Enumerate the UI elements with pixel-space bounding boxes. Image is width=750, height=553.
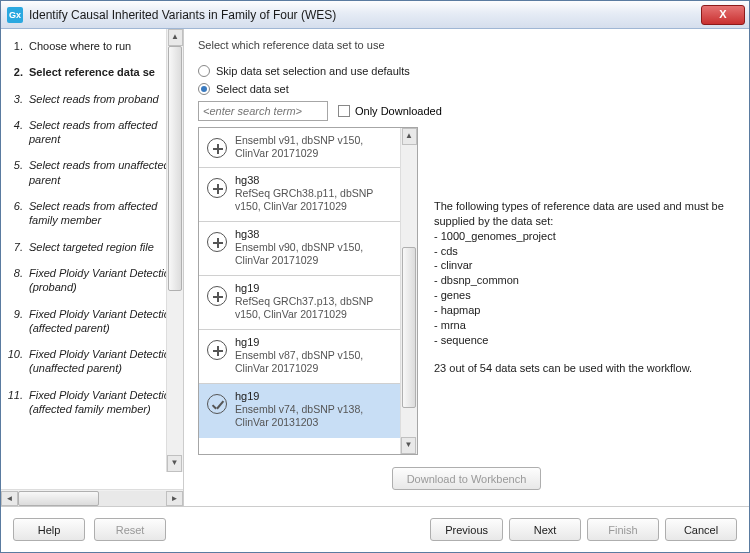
- step-label: Fixed Ploidy Variant Detection (unaffect…: [29, 347, 177, 376]
- dataset-detail: RefSeq GRCh37.p13, dbSNP v150, ClinVar 2…: [235, 295, 396, 321]
- dataset-title: hg38: [235, 228, 396, 240]
- step-number: 11.: [7, 388, 29, 417]
- titlebar: Gx Identify Causal Inherited Variants in…: [1, 1, 749, 29]
- required-type: - clinvar: [434, 258, 729, 273]
- main-panel: Select which reference data set to use S…: [184, 29, 749, 506]
- step-number: 5.: [7, 158, 29, 187]
- footer-bar: Help Reset Previous Next Finish Cancel: [1, 506, 749, 552]
- only-downloaded-label: Only Downloaded: [355, 105, 442, 117]
- wizard-step[interactable]: 4.Select reads from affected parent: [7, 118, 177, 147]
- required-type: - 1000_genomes_project: [434, 229, 729, 244]
- scroll-up-icon[interactable]: ▲: [168, 29, 183, 46]
- wizard-step[interactable]: 10.Fixed Ploidy Variant Detection (unaff…: [7, 347, 177, 376]
- dataset-detail: RefSeq GRCh38.p11, dbSNP v150, ClinVar 2…: [235, 187, 396, 213]
- step-label: Fixed Ploidy Variant Detection (proband): [29, 266, 177, 295]
- step-number: 1.: [7, 39, 29, 53]
- dataset-title: hg19: [235, 336, 396, 348]
- required-type: - genes: [434, 288, 729, 303]
- step-number: 3.: [7, 92, 29, 106]
- previous-button[interactable]: Previous: [430, 518, 503, 541]
- step-label: Select reference data se: [29, 65, 177, 79]
- dataset-detail: Ensembl v90, dbSNP v150, ClinVar 2017102…: [235, 241, 396, 267]
- dataset-item[interactable]: hg38Ensembl v90, dbSNP v150, ClinVar 201…: [199, 222, 400, 276]
- dataset-title: hg19: [235, 282, 396, 294]
- step-label: Choose where to run: [29, 39, 177, 53]
- scroll-thumb[interactable]: [18, 491, 99, 506]
- next-button[interactable]: Next: [509, 518, 581, 541]
- reset-button[interactable]: Reset: [94, 518, 166, 541]
- wizard-step[interactable]: 8.Fixed Ploidy Variant Detection (proban…: [7, 266, 177, 295]
- scroll-left-icon[interactable]: ◄: [1, 491, 18, 506]
- finish-button[interactable]: Finish: [587, 518, 659, 541]
- required-type: - cds: [434, 244, 729, 259]
- info-intro: The following types of reference data ar…: [434, 199, 729, 229]
- scroll-right-icon[interactable]: ►: [166, 491, 183, 506]
- step-number: 8.: [7, 266, 29, 295]
- dataset-title: hg38: [235, 174, 396, 186]
- radio-select-dataset[interactable]: [198, 83, 210, 95]
- wizard-step[interactable]: 5.Select reads from unaffected parent: [7, 158, 177, 187]
- window-title: Identify Causal Inherited Variants in Fa…: [29, 8, 701, 22]
- plus-icon: [207, 286, 227, 306]
- step-label: Select reads from unaffected parent: [29, 158, 177, 187]
- download-button[interactable]: Download to Workbench: [392, 467, 542, 490]
- step-number: 10.: [7, 347, 29, 376]
- step-label: Select targeted region file: [29, 240, 177, 254]
- scroll-up-icon[interactable]: ▲: [402, 128, 417, 145]
- steps-horizontal-scrollbar[interactable]: ◄ ►: [1, 489, 183, 506]
- step-number: 6.: [7, 199, 29, 228]
- help-button[interactable]: Help: [13, 518, 85, 541]
- step-label: Fixed Ploidy Variant Detection (affected…: [29, 307, 177, 336]
- wizard-step[interactable]: 2.Select reference data se: [7, 65, 177, 79]
- dataset-item[interactable]: hg19Ensembl v87, dbSNP v150, ClinVar 201…: [199, 330, 400, 384]
- radio-skip-defaults[interactable]: [198, 65, 210, 77]
- scroll-down-icon[interactable]: ▼: [401, 437, 416, 454]
- plus-icon: [207, 340, 227, 360]
- plus-icon: [207, 138, 227, 158]
- step-number: 7.: [7, 240, 29, 254]
- app-icon: Gx: [7, 7, 23, 23]
- dataset-item[interactable]: hg19Ensembl v74, dbSNP v138, ClinVar 201…: [199, 384, 400, 438]
- radio-select-label: Select data set: [216, 83, 289, 95]
- info-note: 23 out of 54 data sets can be used with …: [434, 361, 729, 376]
- wizard-step[interactable]: 1.Choose where to run: [7, 39, 177, 53]
- scroll-thumb[interactable]: [168, 46, 182, 291]
- dataset-detail: Ensembl v91, dbSNP v150, ClinVar 2017102…: [235, 134, 396, 160]
- close-button[interactable]: X: [701, 5, 745, 25]
- panel-prompt: Select which reference data set to use: [198, 39, 735, 51]
- plus-icon: [207, 178, 227, 198]
- required-type: - hapmap: [434, 303, 729, 318]
- required-type: - mrna: [434, 318, 729, 333]
- radio-skip-label: Skip data set selection and use defaults: [216, 65, 410, 77]
- dataset-item[interactable]: Ensembl v91, dbSNP v150, ClinVar 2017102…: [199, 128, 400, 168]
- dataset-detail: Ensembl v74, dbSNP v138, ClinVar 2013120…: [235, 403, 396, 429]
- required-type: - dbsnp_common: [434, 273, 729, 288]
- scroll-down-icon[interactable]: ▼: [167, 455, 182, 472]
- steps-pane: 1.Choose where to run2.Select reference …: [1, 29, 184, 506]
- list-vertical-scrollbar[interactable]: ▲ ▼: [400, 128, 417, 454]
- step-number: 2.: [7, 65, 29, 79]
- step-label: Select reads from affected family member: [29, 199, 177, 228]
- search-input[interactable]: [198, 101, 328, 121]
- step-number: 4.: [7, 118, 29, 147]
- dataset-item[interactable]: hg19RefSeq GRCh37.p13, dbSNP v150, ClinV…: [199, 276, 400, 330]
- wizard-step[interactable]: 6.Select reads from affected family memb…: [7, 199, 177, 228]
- step-label: Select reads from affected parent: [29, 118, 177, 147]
- step-number: 9.: [7, 307, 29, 336]
- step-label: Select reads from proband: [29, 92, 177, 106]
- only-downloaded-checkbox[interactable]: [338, 105, 350, 117]
- step-label: Fixed Ploidy Variant Detection (affected…: [29, 388, 177, 417]
- wizard-step[interactable]: 11.Fixed Ploidy Variant Detection (affec…: [7, 388, 177, 417]
- dataset-title: hg19: [235, 390, 396, 402]
- wizard-step[interactable]: 7.Select targeted region file: [7, 240, 177, 254]
- plus-icon: [207, 232, 227, 252]
- scroll-thumb[interactable]: [402, 247, 416, 408]
- cancel-button[interactable]: Cancel: [665, 518, 737, 541]
- wizard-step[interactable]: 3.Select reads from proband: [7, 92, 177, 106]
- dataset-list: Ensembl v91, dbSNP v150, ClinVar 2017102…: [198, 127, 418, 455]
- wizard-step[interactable]: 9.Fixed Ploidy Variant Detection (affect…: [7, 307, 177, 336]
- steps-vertical-scrollbar[interactable]: ▲ ▼: [166, 29, 183, 472]
- info-panel: The following types of reference data ar…: [418, 181, 735, 455]
- check-icon: [207, 394, 227, 414]
- dataset-item[interactable]: hg38RefSeq GRCh38.p11, dbSNP v150, ClinV…: [199, 168, 400, 222]
